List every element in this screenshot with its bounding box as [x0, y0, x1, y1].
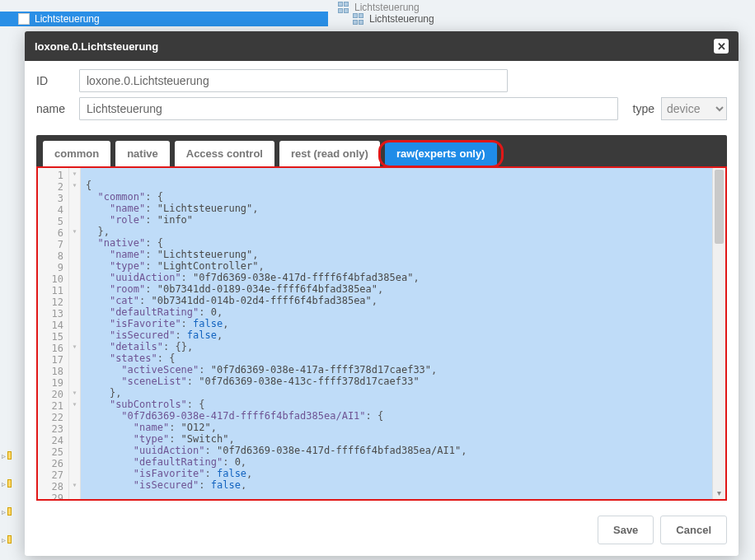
- type-select[interactable]: device: [661, 97, 727, 120]
- fold-gutter[interactable]: ▾▾▾▾▾▾▾: [69, 168, 81, 499]
- dialog-title: loxone.0.Lichtsteuerung: [35, 40, 158, 53]
- editor-scrollbar[interactable]: ▾: [712, 168, 725, 499]
- line-number-gutter: 1234567891011121314151617181920212223242…: [38, 168, 69, 499]
- document-icon: [18, 13, 30, 25]
- tree-expand-icon[interactable]: ▹: [0, 497, 12, 525]
- dialog-buttons: Save Cancel: [25, 501, 739, 556]
- tabs-bar: common native Access control rest (read …: [36, 135, 727, 166]
- form-area: ID name type device: [25, 61, 739, 132]
- bg-left-selected[interactable]: Lichtsteuerung: [35, 13, 100, 25]
- tab-raw[interactable]: raw(experts only): [385, 141, 497, 166]
- tree-expand-icon[interactable]: ▹: [0, 525, 12, 553]
- scroll-down-icon[interactable]: ▾: [713, 488, 725, 497]
- type-label: type: [625, 102, 654, 115]
- tree-expand-icon[interactable]: ▹: [0, 469, 12, 497]
- tab-native[interactable]: native: [115, 141, 170, 166]
- object-editor-dialog: loxone.0.Lichtsteuerung ✕ ID name type d…: [25, 31, 739, 556]
- save-button[interactable]: Save: [598, 516, 654, 544]
- code-editor[interactable]: 1234567891011121314151617181920212223242…: [36, 166, 727, 501]
- close-icon[interactable]: ✕: [714, 39, 729, 54]
- tab-rest[interactable]: rest (read only): [279, 141, 380, 166]
- code-content[interactable]: { "common": { "name": "Lichtsteuerung", …: [81, 178, 712, 489]
- bg-right-item: Lichtsteuerung: [369, 13, 434, 25]
- tree-expand-icon[interactable]: ▹: [0, 441, 12, 469]
- cancel-button[interactable]: Cancel: [660, 516, 727, 544]
- name-field[interactable]: [79, 97, 618, 120]
- dialog-titlebar: loxone.0.Lichtsteuerung ✕: [25, 31, 739, 61]
- scrollbar-thumb[interactable]: [715, 170, 724, 244]
- id-field[interactable]: [79, 69, 508, 92]
- grid-icon: [353, 13, 364, 25]
- tab-access-control[interactable]: Access control: [175, 141, 274, 166]
- name-label: name: [36, 102, 73, 115]
- id-label: ID: [36, 74, 73, 87]
- tab-common[interactable]: common: [43, 141, 110, 166]
